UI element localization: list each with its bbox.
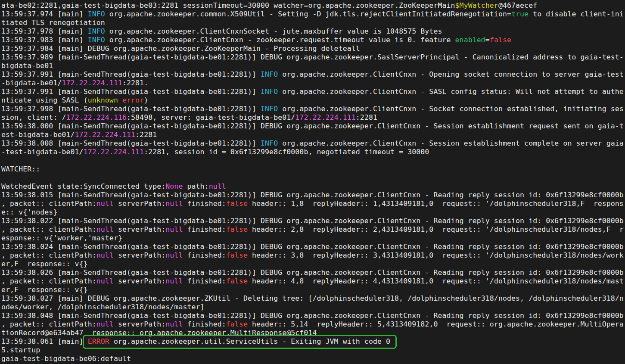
log-line: 13:59:38.026 [main-SendThread(gaia-test-…: [1, 268, 625, 277]
log-line: [1, 174, 625, 182]
log-line: 13:59:38.022 [main-SendThread(gaia-test-…: [1, 217, 625, 225]
log-line: esponse:: v{'worker,'master}: [1, 234, 625, 243]
log-line: er,F response:: v{}: [1, 286, 625, 294]
log-line: gaia-test-bigdata-be06:default: [1, 355, 625, 363]
log-line: nticate using SASL (unknown error): [1, 96, 625, 105]
log-line: 13:59:38.061 [main] ERROR org.apache.zoo…: [1, 337, 625, 346]
log-line: 13:59:38.015 [main-SendThread(gaia-test-…: [1, 191, 625, 199]
log-line: , packet:: clientPath:null serverPath:nu…: [1, 277, 625, 286]
log-line: tiated TLS renegotiation: [1, 19, 625, 27]
log-line: 13:59:37.974 [main] INFO org.apache.zook…: [1, 10, 625, 19]
log-line: 5.startup: [1, 346, 625, 355]
log-line: -bigdata-be01/172.22.224.111:2281.: [1, 79, 625, 87]
log-line: 13:59:37.998 [main-SendThread(gaia-test-…: [1, 105, 625, 113]
log-line: WATCHER::: [1, 165, 625, 174]
log-line: 13:59:38.008 [main-SendThread(gaia-test-…: [1, 139, 625, 148]
log-line: sion, client: /172.22.224.116:58498, ser…: [1, 113, 625, 122]
log-line: 13:59:38.048 [main-SendThread(gaia-test-…: [1, 311, 625, 320]
log-line: 13:59:38.024 [main-SendThread(gaia-test-…: [1, 243, 625, 251]
log-line: odes/worker, /dolphinscheduler318/nodes/…: [1, 303, 625, 311]
log-line: 13:59:37.991 [main-SendThread(gaia-test-…: [1, 70, 625, 79]
log-line: tionRecord@e634ab47 response:: org.apach…: [1, 329, 625, 337]
log-line: er,F response:: v{}: [1, 260, 625, 268]
log-line: , packet:: clientPath:null serverPath:nu…: [1, 225, 625, 234]
log-line: 13:59:38.000 [main-SendThread(gaia-test-…: [1, 122, 625, 131]
log-line: 13:59:37.984 [main] DEBUG org.apache.zoo…: [1, 44, 625, 53]
log-line: , packet:: clientPath:null serverPath:nu…: [1, 199, 625, 208]
log-line: est-bigdata-be01/172.22.224.111:2281: [1, 131, 625, 139]
log-line: -test-bigdata-be01/172.22.224.111:2281, …: [1, 148, 625, 156]
log-line: [1, 156, 625, 165]
log-line: 13:59:37.978 [main] INFO org.apache.zook…: [1, 27, 625, 36]
terminal-output: ata-be02:2281,gaia-test-bigdata-be03:228…: [0, 0, 625, 364]
log-line: e:: v{'nodes}: [1, 208, 625, 217]
log-line: , packet:: clientPath:null serverPath:nu…: [1, 320, 625, 329]
log-line: 13:59:37.983 [main] INFO org.apache.zook…: [1, 36, 625, 44]
log-line: WatchedEvent state:SyncConnected type:No…: [1, 182, 625, 191]
log-line: , packet:: clientPath:null serverPath:nu…: [1, 251, 625, 260]
log-line: 13:59:38.027 [main] DEBUG org.apache.zoo…: [1, 294, 625, 303]
log-line: bigdata-be01: [1, 62, 625, 70]
log-line: ata-be02:2281,gaia-test-bigdata-be03:228…: [1, 1, 625, 10]
log-line: 13:59:37.991 [main-SendThread(gaia-test-…: [1, 87, 625, 96]
terminal-window[interactable]: ata-be02:2281,gaia-test-bigdata-be03:228…: [0, 0, 625, 364]
log-line: 13:59:37.989 [main-SendThread(gaia-test-…: [1, 53, 625, 62]
